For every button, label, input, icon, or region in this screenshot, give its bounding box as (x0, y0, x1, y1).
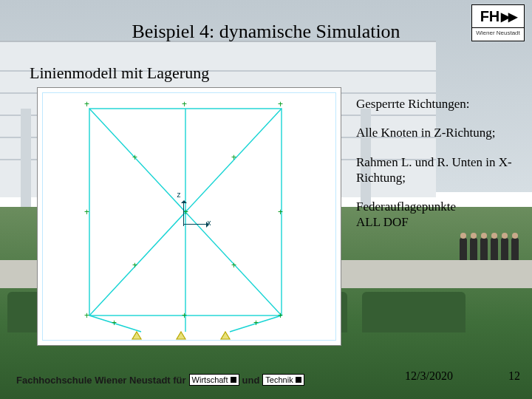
svg-text:+: + (182, 310, 187, 321)
z-axis-label: z (177, 191, 181, 199)
model-figure: +++ +++ +++ ++ ++ ++ z x (37, 87, 341, 346)
notes-heading: Gesperrte Richtungen: (356, 96, 517, 112)
z-axis (183, 201, 184, 226)
svg-text:+: + (84, 207, 89, 217)
svg-text:+: + (231, 152, 236, 163)
svg-text:+: + (84, 99, 89, 109)
truss-diagram: +++ +++ +++ ++ ++ ++ (38, 88, 341, 345)
x-axis (183, 224, 208, 225)
svg-text:+: + (182, 99, 187, 109)
play-icon (296, 377, 301, 383)
tag-wirtschaft-label: Wirtschaft (192, 375, 228, 384)
slide-number: 12 (508, 369, 520, 383)
svg-text:+: + (112, 318, 117, 328)
slide-content: FH ▶▶ Wiener Neustadt Beispiel 4: dynami… (0, 0, 532, 399)
svg-text:+: + (278, 310, 283, 321)
slide-title: Beispiel 4: dynamische Simulation (0, 21, 532, 43)
svg-text:+: + (132, 260, 137, 270)
play-icon (231, 377, 236, 383)
svg-text:+: + (231, 260, 236, 270)
svg-text:+: + (278, 99, 283, 109)
notes-block: Gesperrte Richtungen: Alle Knoten in Z-R… (356, 96, 517, 244)
footer-mid: und (242, 375, 260, 386)
svg-text:+: + (278, 207, 283, 217)
tag-wirtschaft: Wirtschaft (189, 374, 239, 386)
svg-text:+: + (132, 152, 137, 163)
notes-line-3a: Federauflagepunkte (356, 200, 456, 214)
footer-text-a: Fachhochschule Wiener Neustadt für (16, 375, 186, 386)
notes-line-1: Alle Knoten in Z-Richtung; (356, 125, 517, 140)
tag-technik-label: Technik (265, 375, 293, 384)
tag-technik: Technik (262, 374, 304, 386)
footer-logo: Fachhochschule Wiener Neustadt für Wirts… (16, 374, 304, 386)
x-axis-label: x (208, 219, 211, 227)
slide-date: 12/3/2020 (405, 369, 453, 383)
notes-line-3: Federauflagepunkte ALL DOF (356, 199, 517, 231)
slide: FH ▶▶ Wiener Neustadt Beispiel 4: dynami… (0, 0, 532, 399)
svg-text:+: + (183, 207, 188, 217)
svg-text:+: + (84, 310, 89, 321)
slide-subtitle: Linienmodell mit Lagerung (30, 64, 209, 83)
notes-line-3b: ALL DOF (356, 215, 409, 229)
notes-line-2: Rahmen L. und R. Unten in X-Richtung; (356, 154, 517, 186)
svg-text:+: + (253, 318, 259, 328)
